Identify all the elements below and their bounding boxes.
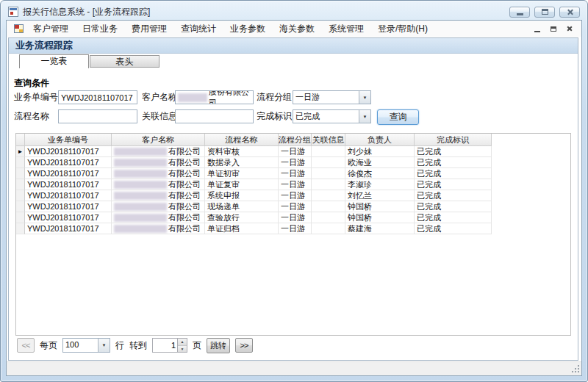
search-button[interactable]: 查询 [377, 109, 419, 125]
grid-header-col-2[interactable]: 流程名称 [205, 134, 279, 146]
table-row[interactable]: YWDJ20181107017有限公司数据录入一日游欧海业已完成 [16, 157, 570, 168]
cell-col-0: YWDJ20181107017 [25, 201, 112, 212]
cell-col-3: 一日游 [279, 223, 312, 234]
per-page-select[interactable]: 100 ▼ [62, 338, 110, 353]
titlebar[interactable]: 报关行信息系统 - [业务流程跟踪] [8, 4, 580, 19]
cell-col-4 [312, 223, 345, 234]
flow-tracking-form: 业务流程跟踪 一览表 表头 查询条件 业务单编号 客户名称 股份有限公司 流程分… [8, 37, 578, 361]
app-icon [8, 7, 18, 17]
cell-col-5: 刘少妹 [345, 146, 415, 157]
prev-page-button[interactable]: << [17, 338, 35, 353]
order-no-label: 业务单编号 [14, 90, 58, 104]
grid-header-col-4[interactable]: 关联信息 [312, 134, 345, 146]
cell-col-6: 已完成 [415, 190, 492, 201]
spin-down-icon[interactable]: ▼ [178, 346, 187, 353]
cell-col-3: 一日游 [279, 190, 312, 201]
chevron-down-icon[interactable]: ▼ [98, 339, 110, 352]
cell-col-0: YWDJ20181107017 [25, 179, 112, 190]
cell-col-4 [312, 190, 345, 201]
page-number-input[interactable] [153, 339, 177, 352]
mdi-minimize-icon [534, 31, 540, 32]
table-row[interactable]: YWDJ20181107017有限公司单证复审一日游李溆珍已完成 [16, 179, 570, 190]
menu-item-4[interactable]: 业务参数 [226, 21, 269, 37]
rows-label: 行 [115, 339, 124, 352]
query-section-title: 查询条件 [14, 77, 49, 90]
cell-col-0: YWDJ20181107017 [25, 146, 112, 157]
minimize-button[interactable] [509, 7, 530, 18]
cell-col-5: 蔡建海 [345, 223, 415, 234]
grid-header-col-3[interactable]: 流程分组 [279, 134, 312, 146]
menu-item-5[interactable]: 海关参数 [276, 21, 318, 37]
redacted-block [178, 93, 207, 102]
related-info-input[interactable] [175, 109, 254, 123]
customer-visible-text: 有限公司 [168, 147, 201, 156]
spin-up-icon[interactable]: ▲ [178, 339, 187, 346]
flow-name-label: 流程名称 [14, 109, 49, 123]
menu-item-7[interactable]: 登录/帮助(H) [374, 21, 431, 37]
cell-col-0: YWDJ20181107017 [25, 168, 112, 179]
cell-customer: 有限公司 [112, 223, 205, 234]
redacted-block [114, 159, 167, 167]
resize-grip[interactable] [571, 365, 579, 373]
cell-col-6: 已完成 [415, 157, 492, 168]
row-selector [16, 179, 25, 190]
menu-items: 客户管理日常业务费用管理查询统计业务参数海关参数系统管理登录/帮助(H) [29, 21, 438, 37]
mdi-minimize-button[interactable] [531, 24, 543, 35]
cell-col-6: 已完成 [415, 146, 492, 157]
caption-buttons [509, 7, 580, 18]
complete-flag-select[interactable]: 已完成 ▼ [293, 109, 371, 123]
table-row[interactable]: YWDJ20181107017有限公司现场递单一日游钟国桥已完成 [16, 201, 570, 212]
grid-header-col-6[interactable]: 完成标识 [415, 134, 492, 146]
table-row[interactable]: YWDJ20181107017有限公司查验放行一日游钟国桥已完成 [16, 212, 570, 223]
grid-header-col-0[interactable]: 业务单编号 [25, 134, 112, 146]
customer-input[interactable]: 股份有限公司 [175, 90, 254, 104]
cell-col-3: 一日游 [279, 168, 312, 179]
table-row[interactable]: ►YWDJ20181107017有限公司资料审核一日游刘少妹已完成 [16, 146, 570, 157]
cell-col-6: 已完成 [415, 201, 492, 212]
cell-col-2: 查验放行 [205, 212, 279, 223]
table-row[interactable]: YWDJ20181107017有限公司单证初审一日游徐俊杰已完成 [16, 168, 570, 179]
row-selector [16, 201, 25, 212]
menu-item-0[interactable]: 客户管理 [29, 21, 72, 37]
customer-visible-text: 有限公司 [168, 180, 201, 190]
mdi-close-button[interactable] [563, 24, 576, 35]
tab-header[interactable]: 表头 [90, 55, 159, 68]
chevron-down-icon[interactable]: ▼ [359, 91, 370, 104]
goto-label: 转到 [129, 339, 147, 352]
cell-col-2: 现场递单 [205, 201, 279, 212]
table-row[interactable]: YWDJ20181107017有限公司单证归档一日游蔡建海已完成 [16, 223, 570, 234]
table-row[interactable]: YWDJ20181107017有限公司系统申报一日游刘忆兰已完成 [16, 190, 570, 201]
cell-col-4 [312, 146, 345, 157]
page-title: 业务流程跟踪 [9, 38, 578, 54]
row-selector [16, 223, 25, 234]
redacted-block [114, 225, 167, 233]
restore-button[interactable] [534, 7, 555, 18]
cell-col-2: 单证复审 [205, 179, 279, 190]
menu-item-2[interactable]: 费用管理 [128, 21, 171, 37]
cell-col-2: 数据录入 [205, 157, 279, 168]
redacted-block [114, 203, 167, 211]
mdi-buttons [531, 24, 578, 35]
cell-col-3: 一日游 [279, 201, 312, 212]
flow-group-select[interactable]: 一日游 ▼ [293, 90, 371, 104]
next-page-button[interactable]: >> [235, 338, 253, 353]
minimize-icon [517, 13, 523, 15]
menu-item-3[interactable]: 查询统计 [177, 21, 220, 37]
flow-name-input[interactable] [58, 109, 137, 123]
grid-header-col-1[interactable]: 客户名称 [112, 134, 205, 146]
row-selector [16, 190, 25, 201]
cell-col-4 [312, 157, 345, 168]
grid-header-col-5[interactable]: 负责人 [345, 134, 415, 146]
page-number-stepper[interactable]: ▲ ▼ [152, 338, 187, 353]
order-no-input[interactable] [58, 90, 137, 104]
menu-item-6[interactable]: 系统管理 [325, 21, 368, 37]
close-button[interactable] [559, 7, 580, 18]
cell-col-4 [312, 168, 345, 179]
mdi-restore-button[interactable] [547, 24, 559, 35]
menu-item-1[interactable]: 日常业务 [79, 21, 121, 37]
chevron-down-icon[interactable]: ▼ [359, 110, 370, 123]
grid-header-selector [16, 134, 25, 146]
cell-col-2: 单证初审 [205, 168, 279, 179]
tab-overview[interactable]: 一览表 [19, 54, 89, 68]
jump-button[interactable]: 跳转 [207, 338, 230, 353]
